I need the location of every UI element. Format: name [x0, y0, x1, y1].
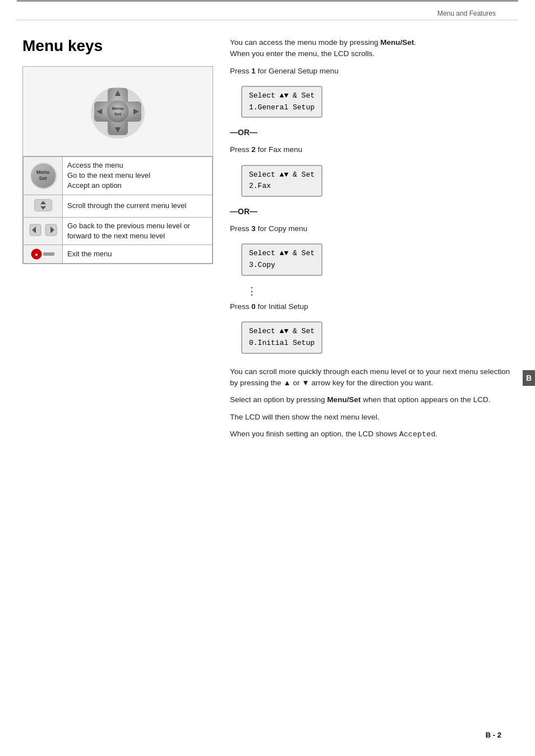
intro-paragraph: You can access the menu mode by pressing… — [230, 37, 513, 60]
select-paragraph: Select an option by pressing Menu/Set wh… — [230, 394, 513, 405]
intro-text-1: You can access the menu mode by pressing — [230, 38, 380, 47]
key-icon-cell: MenuSet — [24, 157, 63, 195]
key-desc-text: Exit the menu — [67, 250, 112, 258]
svg-text:Menu: Menu — [112, 106, 124, 111]
header-title: Menu and Features — [437, 10, 496, 17]
lcd-line2: 3.Copy — [249, 260, 315, 271]
lcd-next-paragraph: The LCD will then show the next menu lev… — [230, 412, 513, 423]
press1-key: 1 — [251, 67, 256, 75]
select-text-1: Select an option by pressing — [230, 395, 327, 404]
key-description: Access the menuGo to the next menu level… — [63, 157, 213, 195]
intro-text-3: When you enter the menu, the LCD scrolls… — [230, 49, 375, 58]
svg-rect-19 — [43, 252, 54, 256]
page-header: Menu and Features — [17, 5, 518, 20]
finish-text-2: . — [435, 430, 437, 438]
press2-key: 2 — [251, 145, 256, 154]
right-column: You can access the menu mode by pressing… — [230, 37, 513, 446]
press2-text: for Fax menu — [256, 145, 302, 154]
svg-text:●: ● — [35, 252, 38, 257]
press2-label: Press — [230, 145, 251, 154]
table-row: MenuSet Access the menuGo to the next me… — [24, 157, 213, 195]
lcd-line1: Select ▲▼ & Set — [249, 248, 315, 260]
press1-label: Press — [230, 67, 251, 75]
scroll-text: You can scroll more quickly through each… — [230, 367, 510, 387]
lcd-display-2: Select ▲▼ & Set 2.Fax — [241, 165, 322, 197]
key-icon-cell — [24, 195, 63, 217]
leftright-icon — [29, 222, 57, 238]
finish-mono: Accepted — [399, 430, 436, 439]
press2-paragraph: Press 2 for Fax menu — [230, 144, 513, 155]
press1-text: for General Setup menu — [256, 67, 339, 75]
updown-icon — [33, 199, 53, 212]
press3-text: for Copy menu — [256, 224, 307, 233]
key-description: Scroll through the current menu level — [63, 195, 213, 217]
page-number: B - 2 — [486, 731, 501, 739]
press0-key: 0 — [251, 302, 256, 311]
key-description: Go back to the previous menu level or fo… — [63, 217, 213, 245]
finish-paragraph: When you finish setting an option, the L… — [230, 428, 513, 440]
or-divider-1: —OR— — [230, 127, 513, 139]
menu-diagram-box: Menu Set MenuSet — [22, 66, 213, 264]
dpad-image: Menu Set — [23, 67, 213, 156]
key-desc-text: Go back to the previous menu level or fo… — [67, 222, 190, 240]
press1-paragraph: Press 1 for General Setup menu — [230, 66, 513, 77]
press0-label: Press — [230, 302, 251, 311]
menu-set-icon: MenuSet — [31, 163, 56, 188]
table-row: Scroll through the current menu level — [24, 195, 213, 217]
lcd-display-4: Select ▲▼ & Set 0.Initial Setup — [241, 321, 322, 354]
or-divider-2: —OR— — [230, 206, 513, 218]
lcd-line2: 2.Fax — [249, 181, 315, 192]
lcd-display-1: Select ▲▼ & Set 1.General Setup — [241, 86, 322, 118]
select-bold: Menu/Set — [327, 395, 361, 404]
key-icon-cell: ● — [24, 245, 63, 263]
press3-key: 3 — [251, 224, 256, 233]
stop-icon: ● — [31, 248, 56, 260]
lcd-line1: Select ▲▼ & Set — [249, 326, 315, 338]
lcd-line2: 0.Initial Setup — [249, 338, 315, 349]
table-row: ● Exit the menu — [24, 245, 213, 263]
sidebar-b-label: B — [523, 370, 535, 386]
ellipsis-dots: ⋮ — [247, 284, 513, 299]
key-table: MenuSet Access the menuGo to the next me… — [23, 156, 213, 264]
press0-paragraph: Press 0 for Initial Setup — [230, 301, 513, 312]
lcd-display-3: Select ▲▼ & Set 3.Copy — [241, 243, 322, 276]
lcd-line1: Select ▲▼ & Set — [249, 169, 315, 181]
left-column: Menu keys — [22, 37, 213, 446]
page-title: Menu keys — [22, 37, 213, 55]
press3-label: Press — [230, 224, 251, 233]
intro-bold: Menu/Set — [380, 38, 414, 47]
key-description: Exit the menu — [63, 245, 213, 263]
lcd-line2: 1.General Setup — [249, 102, 315, 114]
press3-paragraph: Press 3 for Copy menu — [230, 223, 513, 234]
lcd-line1: Select ▲▼ & Set — [249, 90, 315, 102]
svg-text:Set: Set — [114, 112, 122, 117]
key-desc-text: Scroll through the current menu level — [67, 201, 186, 210]
select-text-2: when that option appears on the LCD. — [361, 395, 490, 404]
press0-text: for Initial Setup — [256, 302, 308, 311]
scroll-paragraph: You can scroll more quickly through each… — [230, 366, 513, 389]
key-desc-text: Access the menuGo to the next menu level… — [67, 161, 150, 190]
key-icon-cell — [24, 217, 63, 245]
table-row: Go back to the previous menu level or fo… — [24, 217, 213, 245]
finish-text-1: When you finish setting an option, the L… — [230, 430, 399, 438]
intro-text-2: . — [414, 38, 416, 47]
